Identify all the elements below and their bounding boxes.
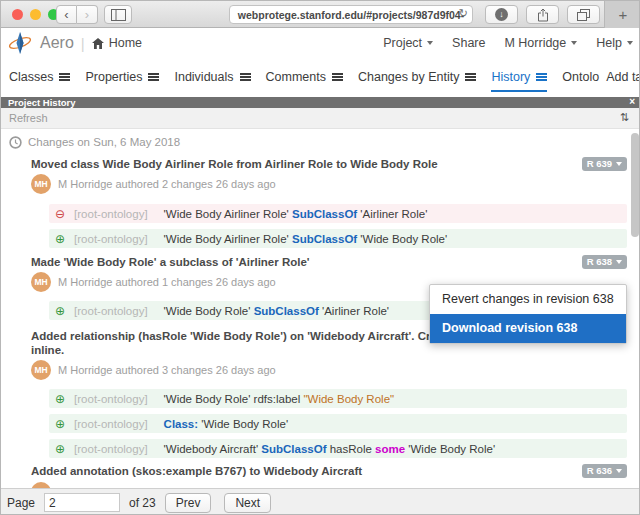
added-icon: ⊕ [55,305,65,317]
axiom-text: 'Widebody Aircraft' SubClassOf hasRole s… [164,443,496,455]
added-icon: ⊕ [55,443,65,455]
diff-row-added: ⊕ [root-ontology] 'Wide Body Airliner Ro… [49,229,627,248]
ontology-label: [root-ontology] [74,208,148,220]
user-menu[interactable]: M Horridge [504,36,577,50]
avatar: MH [31,272,51,292]
tab-overview-icon [577,9,590,21]
axiom-text: 'Wide Body Airliner Role' SubClassOf 'Wi… [164,233,448,245]
prev-page-button[interactable]: Prev [165,493,212,513]
next-page-button[interactable]: Next [224,493,271,513]
tab-classes[interactable]: Classes [9,70,70,90]
diff-row-added: ⊕ [root-ontology] 'Wide Body Role' rdfs:… [49,389,627,408]
tab-history[interactable]: History [491,70,547,92]
page-label: Page [7,496,35,510]
chevron-down-icon [427,41,433,45]
share-icon [537,8,549,22]
menu-item-download-revision[interactable]: Download revision 638 [430,314,626,343]
added-icon: ⊕ [55,233,65,245]
separator: | [81,35,85,52]
ontology-label: [root-ontology] [74,393,148,405]
menu-item-revert-revision[interactable]: Revert changes in revision 638 [430,285,626,314]
ontology-label: [root-ontology] [74,443,148,455]
axiom-text: 'Wide Body Airliner Role' SubClassOf 'Ai… [164,208,428,220]
reload-icon[interactable]: ↻ [459,7,468,20]
tab-ontology[interactable]: Ontolo [562,70,599,90]
browser-window: ‹ › webprotege.stanford.edu/#projects/98… [0,0,640,515]
tab-properties[interactable]: Properties [85,70,159,90]
downloads-button[interactable]: ↓ [485,5,518,24]
share-link[interactable]: Share [452,36,485,50]
home-link[interactable]: Home [92,36,142,50]
add-tab-button[interactable]: Add tab [606,70,640,90]
clock-icon [9,136,22,149]
tab-menu-icon[interactable] [240,73,251,81]
ontology-label: [root-ontology] [74,305,148,317]
downloads-icon: ↓ [495,8,508,21]
pager-bar: Page of 23 Prev Next [1,488,640,515]
tab-menu-icon[interactable] [465,73,476,81]
history-toolbar: Refresh ⇅ [1,108,640,129]
revision-title: Moved class Wide Body Airliner Role from… [31,157,627,171]
back-button[interactable]: ‹ [56,5,77,24]
tab-menu-icon[interactable] [536,73,547,81]
project-history-list: Changes on Sun, 6 May 2018 Moved class W… [1,129,640,488]
plus-icon: + [619,6,628,23]
tab-menu-icon[interactable] [148,73,159,81]
axiom-text: 'Wide Body Role' rdfs:label "Wide Body R… [164,393,395,405]
changes-date-header: Changes on Sun, 6 May 2018 [9,134,640,150]
sort-icon[interactable]: ⇅ [620,111,629,124]
revision-entry: Added relationship (hasRole 'Wide Body R… [31,329,627,458]
close-icon[interactable]: × [629,96,635,107]
help-menu[interactable]: Help [596,36,633,50]
tab-menu-icon[interactable] [332,73,343,81]
added-icon: ⊕ [55,393,65,405]
scrollbar-thumb[interactable] [631,133,639,237]
author-line: M Horridge authored 1 changes 26 days ag… [58,276,276,288]
tab-menu-icon[interactable] [59,73,70,81]
ontology-label: [root-ontology] [74,418,148,430]
revision-badge[interactable]: R 636 [582,464,627,478]
panel-title-bar: Project History × [1,97,640,108]
close-window-button[interactable] [12,9,23,20]
minimize-window-button[interactable] [30,9,41,20]
chevron-down-icon [616,469,622,473]
avatar: MH [31,174,51,194]
tab-comments[interactable]: Comments [266,70,343,90]
project-menu[interactable]: Project [383,36,433,50]
sidebar-toggle-button[interactable] [104,5,132,24]
share-button[interactable] [526,5,559,24]
tab-changes-by-entity[interactable]: Changes by Entity [358,70,476,90]
diff-row-removed: ⊖ [root-ontology] 'Wide Body Airliner Ro… [49,204,627,223]
revision-badge[interactable]: R 638 [582,255,627,269]
avatar: MH [31,360,51,380]
page-total: of 23 [129,496,156,510]
revision-meta: MH M Horridge authored 3 changes 26 days… [31,360,627,380]
page-number-input[interactable] [44,493,120,512]
author-line: M Horridge authored 2 changes 26 days ag… [58,178,276,190]
tab-overview-button[interactable] [567,5,600,24]
ontology-label: [root-ontology] [74,233,148,245]
axiom-text: 'Wide Body Role' SubClassOf 'Airliner Ro… [164,305,389,317]
nav-buttons: ‹ › [56,5,98,24]
aero-logo-icon [7,31,33,55]
app-header: Aero | Home Project Share M Horridge [1,28,640,59]
author-line: M Horridge authored 3 changes 26 days ag… [58,364,276,376]
forward-button[interactable]: › [77,5,98,24]
panel-title: Project History [8,97,76,108]
chevron-down-icon [616,162,622,166]
chevron-down-icon [571,41,577,45]
added-icon: ⊕ [55,418,65,430]
chevron-down-icon [616,260,622,264]
sidebar-icon [111,9,126,21]
address-bar[interactable]: webprotege.stanford.edu/#projects/987d9f… [229,5,473,24]
diff-row-added: ⊕ [root-ontology] Class: 'Wide Body Role… [49,414,627,433]
brand-name: Aero [40,34,74,52]
removed-icon: ⊖ [55,208,65,220]
perspective-tab-bar: Classes Properties Individuals Comments … [1,59,640,97]
refresh-button[interactable]: Refresh [9,112,48,124]
tab-individuals[interactable]: Individuals [174,70,250,90]
new-tab-button[interactable]: + [604,1,640,28]
revision-title: Made 'Wide Body Role' a subclass of 'Air… [31,255,627,269]
browser-chrome: ‹ › webprotege.stanford.edu/#projects/98… [1,1,640,28]
revision-badge[interactable]: R 639 [582,157,627,171]
